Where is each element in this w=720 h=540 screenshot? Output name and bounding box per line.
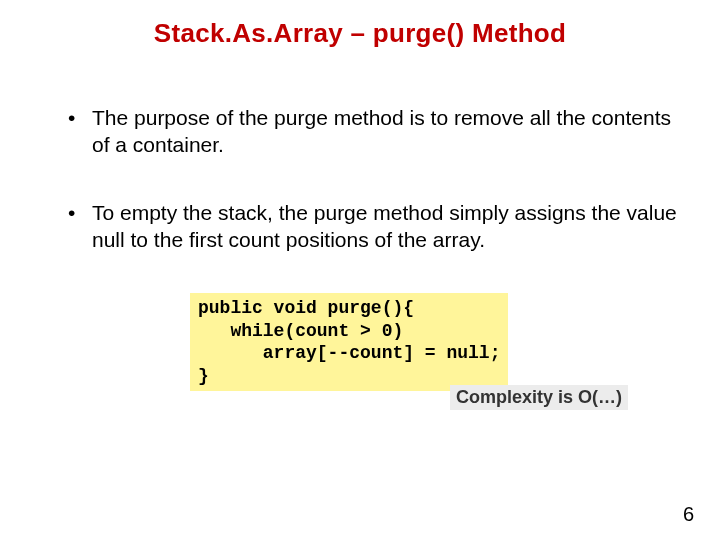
bullet-item: The purpose of the purge method is to re… xyxy=(68,104,680,159)
slide: Stack.As.Array – purge() Method The purp… xyxy=(0,0,720,540)
page-number: 6 xyxy=(683,503,694,526)
code-section: public void purge(){ while(count > 0) ar… xyxy=(190,293,680,391)
complexity-note: Complexity is O(…) xyxy=(450,385,628,410)
slide-title: Stack.As.Array – purge() Method xyxy=(40,18,680,49)
bullet-item: To empty the stack, the purge method sim… xyxy=(68,199,680,254)
code-block: public void purge(){ while(count > 0) ar… xyxy=(190,293,508,391)
bullet-list: The purpose of the purge method is to re… xyxy=(40,104,680,253)
